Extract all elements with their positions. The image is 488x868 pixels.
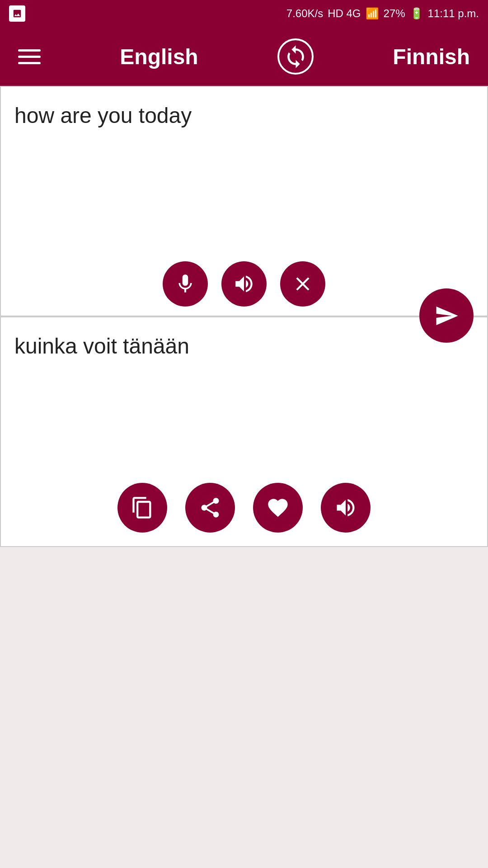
favorite-button[interactable] (253, 483, 303, 533)
battery-icon: 🔋 (410, 7, 423, 20)
copy-button[interactable] (117, 483, 167, 533)
source-actions (163, 261, 325, 307)
source-panel: how are you today (0, 86, 488, 316)
source-language-selector[interactable]: English (120, 44, 198, 69)
target-panel: kuinka voit tänään (0, 316, 488, 547)
main-content: how are you today (0, 86, 488, 547)
target-language-selector[interactable]: Finnish (393, 44, 470, 69)
status-bar: 7.60K/s HD 4G 📶 27% 🔋 11:11 p.m. (0, 0, 488, 27)
panels-container: how are you today (0, 86, 488, 547)
share-button[interactable] (185, 483, 235, 533)
translate-button[interactable] (419, 288, 474, 343)
source-text[interactable]: how are you today (14, 100, 474, 131)
battery-percent: 27% (384, 7, 405, 20)
signal-icon: 📶 (366, 7, 379, 20)
microphone-button[interactable] (163, 261, 208, 307)
status-bar-left (9, 5, 25, 22)
time: 11:11 p.m. (428, 7, 479, 20)
status-bar-right: 7.60K/s HD 4G 📶 27% 🔋 11:11 p.m. (286, 7, 479, 20)
swap-languages-button[interactable] (277, 38, 314, 75)
target-text[interactable]: kuinka voit tänään (14, 331, 474, 361)
speak-translation-button[interactable] (321, 483, 371, 533)
menu-line-3 (18, 62, 41, 64)
menu-line-2 (18, 56, 41, 58)
network-speed: 7.60K/s (286, 7, 323, 20)
menu-line-1 (18, 49, 41, 52)
toolbar: English Finnish (0, 27, 488, 86)
speak-source-button[interactable] (221, 261, 267, 307)
image-icon (9, 5, 25, 22)
clear-button[interactable] (280, 261, 325, 307)
network-type: HD 4G (328, 7, 361, 20)
target-actions (117, 483, 371, 533)
menu-button[interactable] (18, 49, 41, 64)
